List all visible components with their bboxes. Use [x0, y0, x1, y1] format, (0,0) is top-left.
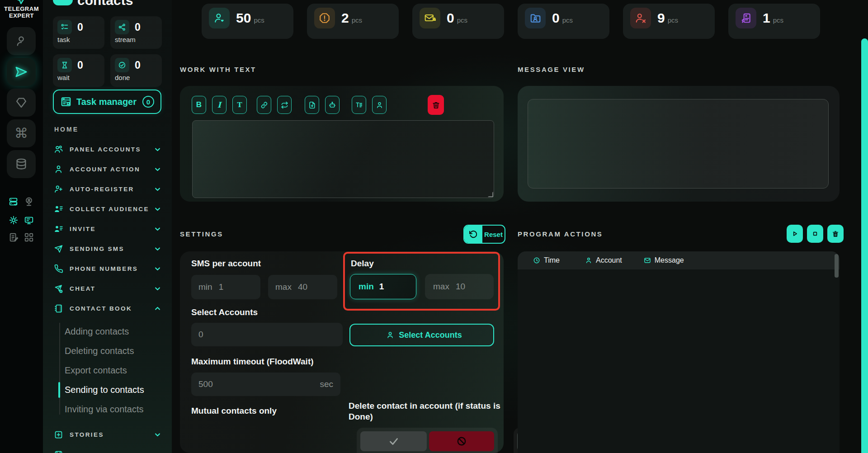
sidebar-section-home: HOME — [54, 126, 79, 133]
contacts-tab-pill[interactable] — [53, 0, 73, 5]
sidebar-item-collect-audience[interactable]: COLLECT AUDIENCE — [43, 199, 172, 219]
program-actions-title: PROGRAM ACTIONS — [518, 230, 603, 238]
stat-card-mail: 0 pcs — [412, 4, 504, 39]
stop-button[interactable] — [807, 225, 823, 243]
stat-card-sent: 50 pcs — [202, 4, 293, 39]
clear-actions-button[interactable] — [827, 225, 844, 243]
sidebar-item-account-action[interactable]: ACCOUNT ACTION — [43, 159, 172, 179]
stat-stream-value: 0 — [135, 21, 141, 33]
stat-card-unit: pcs — [562, 16, 573, 24]
submenu-item-deleting-contacts[interactable]: Deleting contacts — [43, 341, 172, 361]
submenu-item-sending-to-contacts[interactable]: Sending to contacts — [43, 380, 172, 400]
app-root: TELEGRAM EXPERT ⌘ — [0, 0, 868, 453]
report-icon — [54, 450, 65, 453]
repeat-button[interactable] — [277, 96, 292, 114]
server-check-icon[interactable] — [9, 197, 19, 207]
submenu-item-inviting-via-contacts[interactable]: Inviting via contacts — [43, 400, 172, 419]
chevron-down-icon — [154, 166, 161, 173]
mention-user-button[interactable] — [372, 96, 387, 114]
column-time-label: Time — [544, 256, 560, 264]
sidebar-item-stories[interactable]: STORIES — [43, 425, 172, 444]
page-scrollbar[interactable] — [861, 38, 868, 453]
rail-command-button[interactable]: ⌘ — [7, 119, 36, 147]
stat-done-label: done — [115, 74, 157, 81]
block-icon — [456, 436, 467, 447]
sidebar: contacts 0 task 0 stream — [43, 0, 172, 453]
sidebar-item-phone-numbers[interactable]: PHONE NUMBERS — [43, 259, 172, 278]
delay-min-value: 1 — [379, 282, 384, 292]
webcam-user-icon[interactable] — [24, 197, 34, 207]
reset-button[interactable]: Reset — [463, 225, 505, 244]
sms-max-input[interactable]: max 40 — [268, 275, 337, 299]
sidebar-item-partial[interactable] — [43, 444, 172, 453]
rail-sending-button[interactable] — [7, 58, 36, 86]
mutual-contacts-label: Mutual contacts only — [191, 406, 277, 416]
command-icon: ⌘ — [14, 127, 28, 140]
bot-button[interactable] — [325, 96, 340, 114]
gear-icon[interactable] — [9, 215, 19, 225]
stat-card-failed: 9 pcs — [623, 4, 715, 39]
send-icon — [54, 244, 65, 254]
title-format-button[interactable]: T — [232, 96, 247, 114]
table-scrollbar-thumb[interactable] — [835, 254, 839, 278]
sidebar-item-cheat[interactable]: CHEAT — [43, 278, 172, 298]
timeout-input[interactable]: 500 sec — [191, 373, 340, 396]
submenu-item-export-contacts[interactable]: Export contacts — [43, 361, 172, 380]
sms-per-account-label: SMS per account — [191, 259, 261, 269]
sms-min-input[interactable]: min 1 — [191, 275, 260, 299]
stat-card-folder: 0 pcs — [518, 4, 609, 39]
stat-done-value: 0 — [135, 59, 141, 71]
contact-book-submenu: Adding contacts Deleting contacts Export… — [43, 318, 172, 419]
start-button[interactable] — [787, 225, 803, 243]
rail-database-button[interactable] — [7, 150, 36, 178]
task-manager-button[interactable]: Task manager 0 — [53, 90, 161, 114]
user-icon — [585, 257, 592, 264]
sidebar-item-auto-register[interactable]: AUTO-REGISTER — [43, 179, 172, 199]
link-button[interactable] — [257, 96, 271, 114]
stat-card-machine: 1 pcs — [728, 4, 820, 39]
workflow-icon[interactable] — [24, 232, 34, 242]
timeout-label: Maximum timeout (FloodWait) — [191, 357, 314, 367]
stat-wait-label: wait — [57, 74, 100, 81]
delay-max-input[interactable]: max 10 — [425, 274, 494, 299]
message-view-title: MESSAGE VIEW — [518, 66, 585, 73]
sidebar-menu: PANEL ACCOUNTS ACCOUNT ACTION AUTO-REGIS… — [43, 139, 172, 453]
select-accounts-button[interactable]: Select Accounts — [349, 324, 494, 346]
message-view-card — [518, 86, 840, 202]
rail-profile-button[interactable] — [7, 27, 36, 55]
sidebar-item-sending-sms[interactable]: SENDING SMS — [43, 239, 172, 259]
column-time: Time — [533, 256, 560, 264]
users-icon — [54, 145, 65, 154]
task-manager-badge: 0 — [142, 96, 154, 108]
message-text-input[interactable] — [192, 120, 494, 198]
selected-accounts-count-input[interactable]: 0 — [191, 323, 343, 346]
submenu-item-label: Adding contacts — [65, 326, 129, 337]
document-edit-icon[interactable] — [9, 232, 19, 242]
delay-min-input[interactable]: min 1 — [350, 274, 416, 299]
paragraph-button[interactable] — [352, 96, 366, 114]
insert-file-button[interactable] — [305, 96, 319, 114]
clear-text-button[interactable] — [428, 95, 444, 115]
italic-button[interactable]: I — [212, 96, 226, 114]
user-heart-icon — [209, 8, 230, 28]
mutual-contacts-no-button[interactable] — [429, 431, 494, 451]
sidebar-item-panel-accounts[interactable]: PANEL ACCOUNTS — [43, 139, 172, 159]
rail-premium-button[interactable] — [7, 89, 36, 117]
program-actions-table: Time Account Message — [518, 251, 840, 453]
user-icon — [54, 165, 65, 174]
contacts-tab-label[interactable]: contacts — [77, 0, 133, 8]
sidebar-item-label: ACCOUNT ACTION — [70, 166, 140, 173]
message-preview-box — [528, 99, 829, 189]
stat-card-unit: pcs — [773, 16, 783, 24]
stat-card-unit: pcs — [457, 16, 467, 24]
mutual-contacts-yes-button[interactable] — [360, 431, 427, 451]
bold-button[interactable]: B — [192, 96, 206, 114]
sidebar-item-invite[interactable]: INVITE — [43, 219, 172, 239]
billboard-icon[interactable] — [24, 215, 34, 225]
submenu-item-adding-contacts[interactable]: Adding contacts — [43, 322, 172, 341]
trash-icon — [831, 230, 840, 238]
mutual-contacts-toggle — [357, 428, 498, 453]
sidebar-item-contact-book[interactable]: CONTACT BOOK — [43, 298, 172, 318]
stat-card-unit: pcs — [668, 16, 678, 24]
hourglass-icon — [57, 58, 72, 72]
